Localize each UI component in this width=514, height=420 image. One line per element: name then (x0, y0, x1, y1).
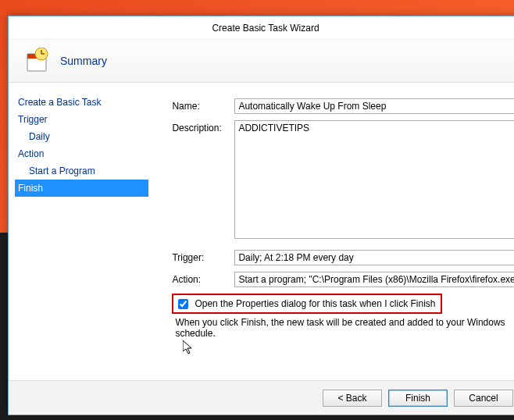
finish-button[interactable]: Finish (388, 390, 448, 407)
trigger-label: Trigger: (172, 250, 234, 263)
open-properties-label: Open the Properties dialog for this task… (195, 298, 435, 309)
cancel-button[interactable]: Cancel (454, 390, 513, 407)
name-field[interactable]: Automatically Wake Up From Sleep (234, 98, 514, 114)
action-label: Action: (172, 272, 234, 285)
description-label: Description: (172, 120, 234, 133)
titlebar[interactable]: Create Basic Task Wizard (9, 16, 514, 40)
open-properties-checkbox[interactable] (178, 299, 188, 309)
step-create-basic-task[interactable]: Create a Basic Task (15, 94, 148, 111)
calendar-clock-icon (24, 48, 51, 74)
action-field: Start a program; "C:\Program Files (x86)… (234, 272, 514, 287)
open-properties-highlight: Open the Properties dialog for this task… (172, 294, 441, 314)
page-title: Summary (60, 55, 107, 67)
step-action[interactable]: Action (15, 145, 148, 162)
window-title: Create Basic Task Wizard (212, 23, 319, 34)
step-start-program[interactable]: Start a Program (15, 162, 148, 180)
wizard-header: Summary (9, 40, 514, 83)
finish-hint: When you click Finish, the new task will… (175, 317, 514, 339)
description-field[interactable]: ADDICTIVETIPS (234, 120, 514, 239)
wizard-footer: < Back Finish Cancel (9, 380, 514, 415)
step-finish[interactable]: Finish (15, 180, 148, 197)
back-button[interactable]: < Back (323, 390, 382, 407)
summary-panel: Name: Automatically Wake Up From Sleep D… (148, 83, 514, 380)
wizard-window: Create Basic Task Wizard Summary Create … (8, 16, 514, 415)
step-daily[interactable]: Daily (15, 128, 148, 145)
step-trigger[interactable]: Trigger (15, 111, 148, 128)
trigger-field: Daily; At 2:18 PM every day (234, 250, 514, 265)
wizard-steps-sidebar: Create a Basic Task Trigger Daily Action… (9, 83, 148, 380)
name-label: Name: (172, 98, 234, 112)
